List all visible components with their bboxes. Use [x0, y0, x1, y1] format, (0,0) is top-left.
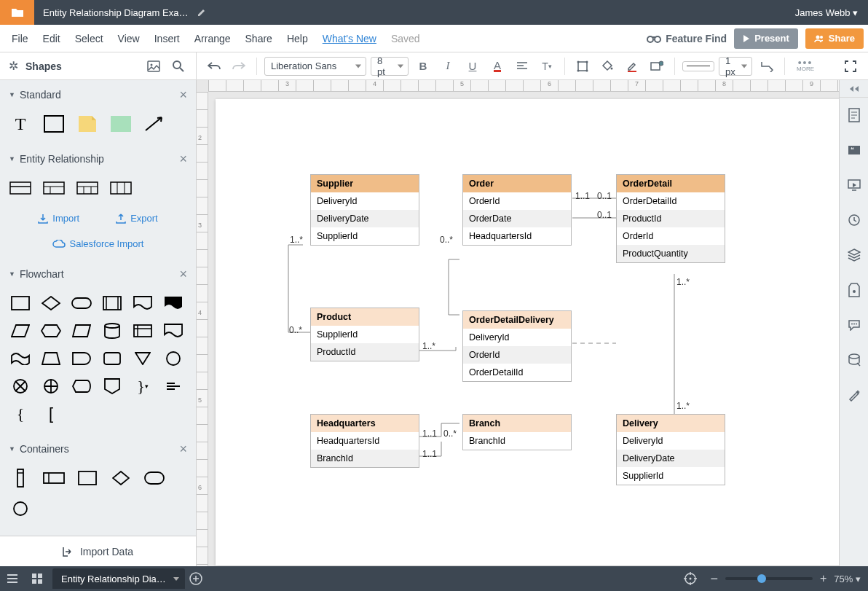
gear-icon[interactable]: ✲: [9, 59, 18, 73]
entity-headquarters[interactable]: Headquarters HeadquartersId BranchId: [310, 414, 419, 468]
text-options-button[interactable]: T▾: [537, 56, 557, 77]
fc-intstore[interactable]: [131, 321, 154, 341]
menu-whats-new[interactable]: What's New: [315, 33, 384, 44]
entity-order[interactable]: Order OrderId OrderDate HeadquartersId: [462, 174, 572, 246]
history-icon[interactable]: [840, 203, 869, 238]
cont-6[interactable]: [9, 498, 32, 519]
presentation-icon[interactable]: [840, 168, 869, 203]
fc-note[interactable]: [162, 376, 185, 396]
menu-share[interactable]: Share: [238, 33, 280, 44]
chat-icon[interactable]: [840, 308, 869, 343]
er-import-link[interactable]: Import: [38, 213, 79, 224]
fullscreen-button[interactable]: [840, 60, 861, 72]
data-icon[interactable]: [840, 343, 869, 377]
font-family-select[interactable]: Liberation Sans: [264, 57, 366, 76]
menu-edit[interactable]: Edit: [36, 33, 68, 44]
menu-help[interactable]: Help: [280, 33, 315, 44]
er-shape-4[interactable]: [109, 178, 133, 198]
line-route-button[interactable]: [757, 56, 777, 77]
search-shapes-icon[interactable]: [170, 58, 187, 75]
er-shape-2[interactable]: [42, 178, 66, 198]
shape-text[interactable]: T: [9, 114, 32, 134]
fc-delay[interactable]: [70, 348, 93, 369]
fc-tri[interactable]: [131, 348, 154, 369]
cont-2[interactable]: [42, 468, 66, 488]
shape-options-button[interactable]: [647, 56, 667, 77]
er-shape-3[interactable]: [76, 178, 99, 198]
fc-brace-r[interactable]: }▾: [131, 376, 154, 396]
fc-or[interactable]: [39, 376, 63, 396]
shape-note[interactable]: [76, 114, 99, 134]
undo-button[interactable]: [204, 56, 224, 77]
section-containers[interactable]: ▼Containers×: [0, 434, 196, 463]
canvas[interactable]: Supplier DeliveryId DeliveryDate Supplie…: [208, 92, 839, 566]
fc-display[interactable]: [70, 376, 93, 396]
fc-terminator[interactable]: [70, 293, 93, 313]
import-data-button[interactable]: Import Data: [0, 536, 196, 566]
list-view-icon[interactable]: [0, 574, 25, 584]
fc-wave[interactable]: [9, 348, 32, 369]
document-title[interactable]: Entity Relationship Diagram Exa…: [34, 7, 197, 18]
entity-delivery[interactable]: Delivery DeliveryId DeliveryDate Supplie…: [616, 414, 725, 485]
feature-find-button[interactable]: Feature Find: [647, 33, 727, 44]
salesforce-import-link[interactable]: Salesforce Import: [9, 238, 187, 249]
section-standard[interactable]: ▼Standard×: [0, 80, 196, 109]
page-settings-icon[interactable]: [840, 98, 869, 133]
menu-arrange[interactable]: Arrange: [187, 33, 238, 44]
menu-file[interactable]: File: [4, 33, 36, 44]
add-page-button[interactable]: [185, 572, 207, 585]
er-export-link[interactable]: Export: [116, 213, 158, 224]
entity-supplier[interactable]: Supplier DeliveryId DeliveryDate Supplie…: [310, 174, 419, 246]
menu-insert[interactable]: Insert: [147, 33, 187, 44]
user-menu[interactable]: James Webb ▾: [785, 7, 868, 18]
cont-4[interactable]: [109, 468, 133, 488]
grid-view-icon[interactable]: [25, 574, 50, 584]
line-color-button[interactable]: [622, 56, 642, 77]
section-entity[interactable]: ▼Entity Relationship×: [0, 144, 196, 173]
folder-icon[interactable]: [0, 0, 34, 25]
fc-brace-l[interactable]: {: [9, 404, 32, 424]
fc-predef[interactable]: [100, 293, 124, 313]
magic-icon[interactable]: [840, 377, 869, 412]
entity-orderdetaildelivery[interactable]: OrderDetailDelivery DeliveryId OrderId O…: [462, 310, 572, 382]
fc-docfill[interactable]: [162, 293, 185, 313]
fc-rect[interactable]: [9, 293, 32, 313]
entity-orderdetail[interactable]: OrderDetail OrderDetailId ProductId Orde…: [616, 174, 725, 263]
italic-button[interactable]: I: [438, 56, 458, 77]
edit-title-icon[interactable]: [197, 7, 207, 17]
entity-branch[interactable]: Branch BranchId: [462, 414, 572, 450]
er-shape-1[interactable]: [9, 178, 32, 198]
fc-circle[interactable]: [162, 348, 185, 369]
stroke-width-select[interactable]: 1 px: [719, 57, 752, 76]
close-icon[interactable]: ×: [179, 152, 187, 167]
redo-button[interactable]: [229, 56, 249, 77]
fc-rect2[interactable]: [100, 348, 124, 369]
line-style-select[interactable]: [682, 61, 714, 71]
cont-3[interactable]: [76, 468, 99, 488]
fc-para[interactable]: [70, 321, 93, 341]
text-color-button[interactable]: A: [487, 56, 508, 77]
cont-1[interactable]: [9, 468, 32, 488]
underline-button[interactable]: U: [462, 56, 483, 77]
fc-doc[interactable]: [131, 293, 154, 313]
layers-icon[interactable]: [840, 238, 869, 273]
fc-hex[interactable]: [39, 321, 63, 341]
fc-offpage[interactable]: [100, 376, 124, 396]
font-size-select[interactable]: 8 pt: [371, 57, 409, 76]
fc-diamond[interactable]: [39, 293, 63, 313]
shape-block[interactable]: [109, 114, 133, 134]
more-button[interactable]: •••MORE: [792, 60, 818, 72]
target-icon[interactable]: [678, 572, 703, 585]
fc-bracket[interactable]: [: [39, 404, 63, 424]
zoom-out-button[interactable]: −: [710, 571, 718, 587]
fc-cylinder[interactable]: [100, 321, 124, 341]
sheet-tab[interactable]: Entity Relationship Dia…: [52, 568, 185, 589]
align-button[interactable]: [512, 56, 532, 77]
page[interactable]: Supplier DeliveryId DeliveryDate Supplie…: [216, 99, 839, 565]
fc-sumjunc[interactable]: [9, 376, 32, 396]
master-icon[interactable]: [840, 273, 869, 308]
close-icon[interactable]: ×: [179, 267, 187, 282]
shape-rect[interactable]: [42, 114, 66, 134]
present-button[interactable]: Present: [734, 28, 798, 49]
fc-trap[interactable]: [39, 348, 63, 369]
